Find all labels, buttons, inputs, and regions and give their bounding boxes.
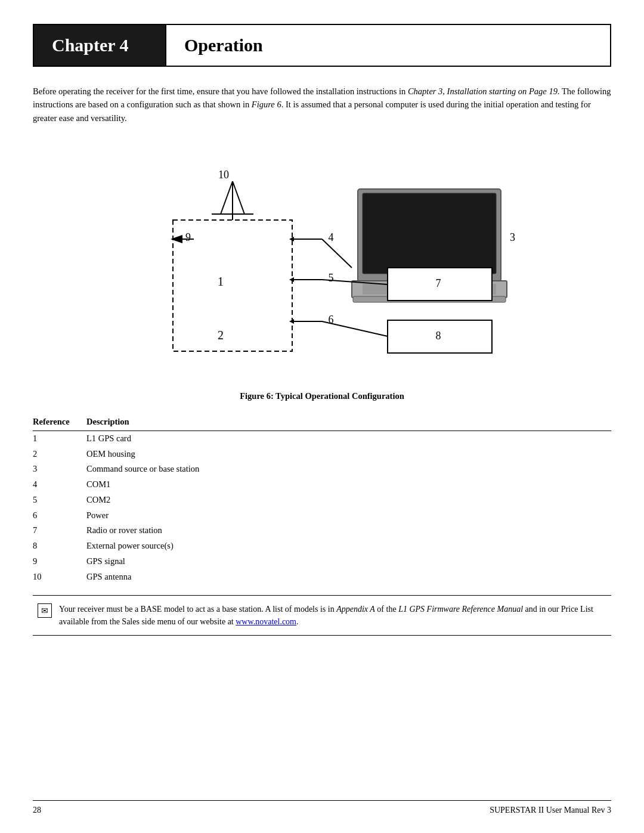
diagram-svg: 1 2 10 9 4 5 <box>95 137 549 387</box>
figure-caption: Figure 6: Typical Operational Configurat… <box>33 390 611 403</box>
ref-cell: 4 <box>33 477 86 493</box>
desc-cell: Command source or base station <box>86 462 611 477</box>
desc-cell: L1 GPS card <box>86 431 611 446</box>
desc-cell: External power source(s) <box>86 538 611 554</box>
desc-cell: GPS antenna <box>86 569 611 585</box>
ref-cell: 5 <box>33 493 86 508</box>
chapter-label: Chapter 4 <box>34 25 165 66</box>
chapter-title-text: Operation <box>184 35 263 55</box>
svg-line-33 <box>322 321 388 336</box>
svg-text:5: 5 <box>329 272 334 284</box>
main-content: Before operating the receiver for the fi… <box>33 85 611 636</box>
figure-caption-text: Figure 6: Typical Operational Configurat… <box>240 391 404 401</box>
table-row: 8External power source(s) <box>33 538 611 554</box>
svg-text:3: 3 <box>510 231 515 243</box>
svg-line-5 <box>233 181 244 214</box>
table-row: 9GPS signal <box>33 554 611 569</box>
manual-title: SUPERSTAR II User Manual Rev 3 <box>490 806 611 815</box>
intro-paragraph: Before operating the receiver for the fi… <box>33 85 611 125</box>
table-row: 1L1 GPS card <box>33 431 611 446</box>
col-ref-header: Reference <box>33 414 86 431</box>
intro-text4: Figure 6 <box>252 100 281 109</box>
desc-cell: GPS signal <box>86 554 611 569</box>
table-row: 7Radio or rover station <box>33 523 611 538</box>
desc-cell: OEM housing <box>86 447 611 462</box>
note-box: ✉ Your receiver must be a BASE model to … <box>33 595 611 636</box>
table-row: 6Power <box>33 508 611 524</box>
ref-cell: 8 <box>33 538 86 554</box>
svg-line-27 <box>322 239 352 268</box>
note-text2: Appendix A <box>336 605 375 614</box>
table-row: 10GPS antenna <box>33 569 611 585</box>
ref-cell: 1 <box>33 431 86 446</box>
svg-text:2: 2 <box>218 329 224 342</box>
desc-cell: COM1 <box>86 477 611 493</box>
table-row: 3Command source or base station <box>33 462 611 477</box>
table-row: 2OEM housing <box>33 447 611 462</box>
note-text3: of the <box>375 605 398 614</box>
novatel-link[interactable]: www.novatel.com <box>236 617 296 626</box>
desc-cell: COM2 <box>86 493 611 508</box>
chapter-label-text: Chapter 4 <box>52 35 129 55</box>
ref-cell: 2 <box>33 447 86 462</box>
intro-text2: Chapter 3, Installation starting on Page… <box>408 86 560 96</box>
ref-cell: 6 <box>33 508 86 524</box>
ref-cell: 10 <box>33 569 86 585</box>
diagram-container: 1 2 10 9 4 5 <box>33 137 611 387</box>
svg-text:4: 4 <box>329 231 334 243</box>
table-row: 4COM1 <box>33 477 611 493</box>
intro-text1: Before operating the receiver for the fi… <box>33 86 405 96</box>
svg-text:9: 9 <box>185 231 191 243</box>
note-text1: Your receiver must be a BASE model to ac… <box>59 605 336 614</box>
note-text: Your receiver must be a BASE model to ac… <box>59 603 606 628</box>
note-text6: . <box>296 617 299 626</box>
page-footer: 28 SUPERSTAR II User Manual Rev 3 <box>33 800 611 815</box>
svg-text:7: 7 <box>436 277 441 289</box>
ref-cell: 3 <box>33 462 86 477</box>
note-text4: L1 GPS Firmware Reference Manual <box>398 605 523 614</box>
svg-rect-21 <box>363 193 496 274</box>
reference-table: Reference Description 1L1 GPS card2OEM h… <box>33 414 611 584</box>
page-number: 28 <box>33 806 41 815</box>
ref-cell: 9 <box>33 554 86 569</box>
svg-text:10: 10 <box>218 169 229 181</box>
svg-text:8: 8 <box>436 330 441 342</box>
chapter-title: Operation <box>165 25 610 66</box>
svg-text:1: 1 <box>218 275 224 288</box>
svg-line-3 <box>221 181 233 214</box>
desc-cell: Power <box>86 508 611 524</box>
col-desc-header: Description <box>86 414 611 431</box>
desc-cell: Radio or rover station <box>86 523 611 538</box>
note-icon: ✉ <box>38 603 52 618</box>
table-row: 5COM2 <box>33 493 611 508</box>
ref-cell: 7 <box>33 523 86 538</box>
chapter-header: Chapter 4 Operation <box>33 24 611 67</box>
